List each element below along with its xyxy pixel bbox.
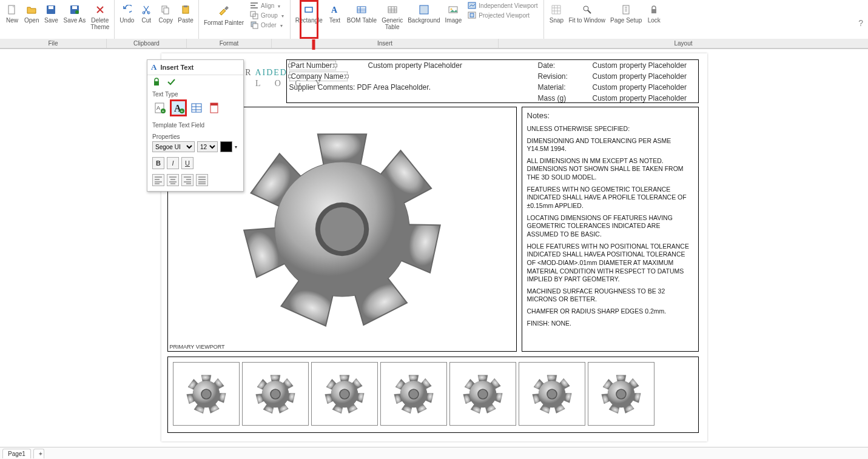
- open-button[interactable]: Open: [22, 1, 41, 25]
- new-button[interactable]: New: [2, 1, 22, 25]
- rectangle-icon: [304, 5, 314, 15]
- svg-rect-14: [251, 7, 258, 8]
- svg-rect-47: [210, 103, 218, 106]
- undo-button[interactable]: Undo: [117, 1, 136, 25]
- independent-viewport-button[interactable]: Independent Viewport: [468, 1, 537, 10]
- background-button[interactable]: Background: [405, 1, 442, 25]
- copy-button[interactable]: Copy: [156, 1, 175, 25]
- text-type-doc[interactable]: [207, 100, 223, 116]
- lock-icon: [649, 5, 659, 15]
- thumb-2[interactable]: [242, 362, 309, 426]
- svg-point-25: [451, 8, 453, 10]
- text-a-icon: A: [151, 62, 156, 72]
- delete-theme-button[interactable]: Delete Theme: [88, 1, 112, 32]
- bom-table-button[interactable]: BOM Table: [345, 1, 379, 25]
- date-value: Custom property Placeholder: [590, 60, 699, 71]
- new-icon: [7, 5, 17, 15]
- text-type-note[interactable]: A+: [152, 100, 168, 116]
- date-label: Date:: [536, 60, 590, 71]
- delete-icon: [95, 5, 105, 15]
- snap-button[interactable]: Snap: [547, 1, 566, 25]
- thumbnail-strip: [167, 357, 699, 433]
- group-menu[interactable]: Group: [250, 11, 284, 19]
- lock-icon[interactable]: [152, 78, 161, 86]
- part-number-field[interactable]: Part Number:: [289, 61, 336, 70]
- title-block: Part Number: Custom property Placeholder…: [286, 59, 699, 103]
- viewport-label: PRIMARY VIEWPORT: [170, 344, 225, 350]
- image-button[interactable]: Image: [443, 1, 465, 25]
- group-layout: Snap Fit to Window Page Setup Lock: [544, 0, 666, 39]
- confirm-icon[interactable]: [167, 78, 175, 86]
- company-name-field[interactable]: Company Name:: [289, 72, 348, 81]
- color-picker[interactable]: [220, 141, 232, 152]
- underline-button[interactable]: U: [181, 157, 193, 169]
- align-menu[interactable]: Align: [250, 1, 284, 10]
- text-type-table[interactable]: [189, 100, 204, 116]
- svg-rect-45: [192, 104, 201, 112]
- align-left-button[interactable]: [152, 174, 164, 186]
- part-number-value: Custom property Placeholder: [366, 60, 536, 71]
- svg-rect-9: [164, 8, 169, 14]
- help-button[interactable]: ?: [858, 18, 863, 28]
- table-icon: [388, 5, 397, 15]
- group-file: New Open Save Save As Delete Theme: [0, 0, 115, 39]
- svg-point-29: [584, 6, 588, 11]
- group-icon: [250, 11, 258, 19]
- status-bar: Page1 +: [0, 447, 868, 459]
- saveas-button[interactable]: Save As: [61, 1, 88, 25]
- align-justify-button[interactable]: [196, 174, 208, 186]
- format-painter-button[interactable]: Format Painter: [201, 1, 246, 27]
- mass-value: Custom property Placeholder: [590, 93, 699, 104]
- lock-button[interactable]: Lock: [644, 1, 664, 25]
- svg-rect-2: [49, 6, 53, 9]
- order-icon: [250, 21, 258, 29]
- thumb-4[interactable]: [380, 362, 447, 426]
- order-menu[interactable]: Order: [250, 21, 284, 29]
- bold-button[interactable]: B: [152, 157, 164, 169]
- svg-rect-37: [154, 81, 159, 85]
- generic-table-button[interactable]: Generic Table: [379, 1, 405, 32]
- text-type-plain[interactable]: A+: [170, 100, 186, 116]
- drawing-canvas[interactable]: R R AIDEDR AIDED O L O G Y .logo-block{l…: [0, 50, 868, 447]
- ribbon: New Open Save Save As Delete Theme Undo …: [0, 0, 868, 49]
- rectangle-button[interactable]: Rectangle: [293, 1, 325, 25]
- font-select[interactable]: Segoe UI: [152, 141, 195, 152]
- paste-icon: [181, 5, 190, 15]
- page-setup-icon: [621, 5, 631, 15]
- align-right-button[interactable]: [181, 174, 193, 186]
- add-page-tab[interactable]: +: [33, 449, 44, 458]
- properties-label: Properties: [147, 131, 243, 140]
- svg-rect-30: [623, 5, 629, 14]
- material-value: Custom property Placeholder: [590, 82, 699, 93]
- fit-window-button[interactable]: Fit to Window: [566, 1, 608, 25]
- paste-button[interactable]: Paste: [175, 1, 196, 25]
- svg-rect-23: [420, 5, 428, 14]
- align-center-button[interactable]: [167, 174, 179, 186]
- background-icon: [419, 5, 429, 15]
- svg-text:A: A: [156, 105, 160, 111]
- thumb-7[interactable]: [588, 362, 654, 426]
- mass-label: Mass (g): [536, 93, 590, 104]
- thumb-1[interactable]: [173, 362, 240, 426]
- supplier-value: PDF Area Placeholder.: [357, 83, 431, 92]
- page-tab-1[interactable]: Page1: [2, 449, 31, 458]
- size-select[interactable]: 12: [197, 141, 218, 152]
- thumb-3[interactable]: [311, 362, 378, 426]
- cut-button[interactable]: Cut: [136, 1, 156, 25]
- supplier-label: Supplier Comments:: [289, 83, 355, 92]
- align-icon: [250, 1, 258, 10]
- projected-viewport-icon: [468, 11, 476, 19]
- svg-rect-22: [388, 7, 397, 13]
- page-setup-button[interactable]: Page Setup: [608, 1, 644, 25]
- save-button[interactable]: Save: [41, 1, 61, 25]
- text-button[interactable]: AText: [325, 1, 345, 25]
- projected-viewport-button[interactable]: Projected Viewport: [468, 11, 537, 19]
- snap-icon: [551, 5, 561, 15]
- copy-icon: [161, 5, 170, 15]
- insert-text-panel[interactable]: AInsert Text Text Type A+ A+ Template Te…: [147, 59, 244, 192]
- thumb-5[interactable]: [449, 362, 516, 426]
- thumb-6[interactable]: [519, 362, 585, 426]
- svg-rect-12: [251, 2, 258, 4]
- svg-rect-13: [251, 5, 255, 6]
- italic-button[interactable]: I: [167, 157, 179, 169]
